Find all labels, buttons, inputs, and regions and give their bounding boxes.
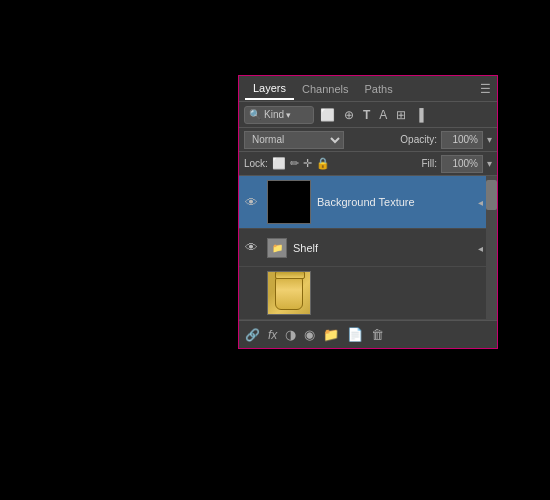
link-icon[interactable]: 🔗 (245, 328, 260, 342)
filter-toggle[interactable]: ▐ (412, 107, 427, 123)
lock-pixels-icon[interactable]: ✏ (290, 157, 299, 170)
layer-thumb-bg (267, 180, 311, 224)
lock-transparent-icon[interactable]: ⬜ (272, 157, 286, 170)
scrollbar[interactable] (486, 176, 497, 320)
blend-mode-select[interactable]: Normal Dissolve Multiply Screen (244, 131, 344, 149)
fill-arrow[interactable]: ▾ (487, 158, 492, 169)
layer-options-bg[interactable]: ◂ (478, 197, 483, 208)
opacity-label: Opacity: (400, 134, 437, 145)
new-layer-icon[interactable]: 📄 (347, 327, 363, 342)
kind-dropdown-arrow: ▾ (286, 110, 291, 120)
tab-paths[interactable]: Paths (357, 79, 401, 99)
lock-position-icon[interactable]: ✛ (303, 157, 312, 170)
lock-label: Lock: (244, 158, 268, 169)
delete-icon[interactable]: 🗑 (371, 327, 384, 342)
layers-panel: Layers Channels Paths ☰ 🔍 Kind ▾ ⬜ ⊕ T A… (238, 75, 498, 349)
layer-name-shelf: Shelf (293, 242, 479, 254)
fill-label: Fill: (421, 158, 437, 169)
layer-item-bg-texture[interactable]: 👁 Background Texture ◂ (239, 176, 497, 229)
layers-list: 👁 Background Texture ◂ 👁 📁 Shelf ◂ 👁 (239, 176, 497, 320)
opacity-arrow[interactable]: ▾ (487, 134, 492, 145)
eye-icon-bg[interactable]: 👁 (245, 195, 261, 210)
filter-toolbar: 🔍 Kind ▾ ⬜ ⊕ T A ⊞ ▐ (239, 102, 497, 128)
opacity-input[interactable] (441, 131, 483, 149)
filter-pixel-icon[interactable]: ⬜ (317, 107, 338, 123)
fx-button[interactable]: fx (268, 328, 277, 342)
circle-half-icon[interactable]: ◑ (285, 327, 296, 342)
layer-name-bg: Background Texture (317, 196, 479, 208)
layer-options-shelf[interactable]: ◂ (478, 242, 483, 253)
blend-row: Normal Dissolve Multiply Screen Opacity:… (239, 128, 497, 152)
scrollbar-thumb (486, 180, 497, 210)
tab-bar: Layers Channels Paths ☰ (239, 76, 497, 102)
jar-lid (275, 271, 305, 279)
filter-smart-icon[interactable]: ⊞ (393, 107, 409, 123)
tab-channels[interactable]: Channels (294, 79, 356, 99)
kind-search-box[interactable]: 🔍 Kind ▾ (244, 106, 314, 124)
filter-shape-icon[interactable]: A (376, 107, 390, 123)
group-icon-shelf: 📁 (267, 238, 287, 258)
bottom-toolbar: 🔗 fx ◑ ◉ 📁 📄 🗑 (239, 320, 497, 348)
filter-adj-icon[interactable]: ⊕ (341, 107, 357, 123)
tab-layers[interactable]: Layers (245, 78, 294, 100)
layer-thumb-jar (267, 271, 311, 315)
eye-icon-shelf[interactable]: 👁 (245, 240, 261, 255)
lock-all-icon[interactable]: 🔒 (316, 157, 330, 170)
fill-input[interactable] (441, 155, 483, 173)
kind-label: Kind (264, 109, 284, 120)
panel-menu-icon[interactable]: ☰ (480, 82, 491, 96)
layer-item-shelf[interactable]: 👁 📁 Shelf ◂ (239, 229, 497, 267)
lock-row: Lock: ⬜ ✏ ✛ 🔒 Fill: ▾ (239, 152, 497, 176)
circle-icon[interactable]: ◉ (304, 327, 315, 342)
layer-item-jar[interactable]: 👁 (239, 267, 497, 320)
jar-shape (275, 276, 303, 310)
folder-icon[interactable]: 📁 (323, 327, 339, 342)
search-icon: 🔍 (249, 109, 261, 120)
filter-text-icon[interactable]: T (360, 107, 373, 123)
